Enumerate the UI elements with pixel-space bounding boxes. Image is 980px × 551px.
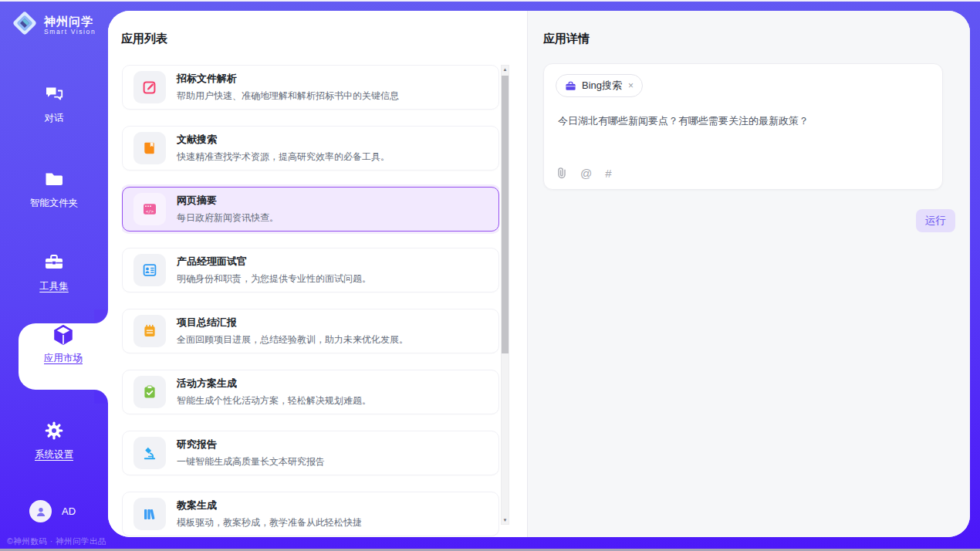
app-card-lesson-plan[interactable]: 教案生成模板驱动，教案秒成，教学准备从此轻松快捷 (122, 492, 499, 536)
sidebar-item-settings[interactable]: 系统设置 (0, 420, 108, 461)
app-card-bid-analysis[interactable]: 招标文件解析帮助用户快速、准确地理解和解析招标书中的关键信息 (122, 65, 499, 110)
sidebar-item-label: 对话 (45, 112, 64, 125)
app-description: 快速精准查找学术资源，提高研究效率的必备工具。 (177, 150, 390, 164)
cube-icon (52, 323, 75, 346)
app-description: 智能生成个性化活动方案，轻松解决规划难题。 (177, 394, 371, 407)
sidebar-item-label: 智能文件夹 (30, 197, 79, 210)
sidebar-item-label: 工具集 (39, 280, 69, 293)
doc-edit-icon (133, 71, 166, 103)
app-title: 研究报告 (177, 438, 325, 451)
bubble-notch-bottom (94, 390, 108, 404)
brand-subtitle: Smart Vision (44, 28, 96, 35)
avatar (29, 500, 52, 522)
mention-icon[interactable]: @ (580, 167, 592, 179)
chat-icon (43, 83, 65, 105)
app-detail-panel: 应用详情 Bing搜索 × 今日湖北有哪些新闻要点？有哪些需要关注的最新政策？ (527, 11, 970, 537)
sidebar: 神州问学 Smart Vision 对话智能文件夹工具集系统设置 应用市场 AD… (0, 0, 108, 551)
bubble-notch-top (94, 309, 108, 323)
remove-tool-icon[interactable]: × (628, 80, 634, 91)
main-content: 应用列表 招标文件解析帮助用户快速、准确地理解和解析招标书中的关键信息文献搜索快… (108, 11, 970, 537)
active-nav-bubble: 应用市场 (19, 323, 108, 390)
app-title: 教案生成 (177, 499, 362, 512)
app-title: 产品经理面试官 (177, 255, 371, 269)
tool-tag-bing-search[interactable]: Bing搜索 × (556, 74, 643, 97)
query-text[interactable]: 今日湖北有哪些新闻要点？有哪些需要关注的最新政策？ (558, 113, 930, 128)
app-description: 帮助用户快速、准确地理解和解析招标书中的关键信息 (177, 90, 399, 103)
folder-icon (43, 168, 65, 190)
sidebar-item-chat[interactable]: 对话 (0, 83, 108, 125)
app-card-event-plan[interactable]: 活动方案生成智能生成个性化活动方案，轻松解决规划难题。 (122, 370, 499, 414)
app-title: 活动方案生成 (177, 377, 371, 390)
scroll-up-icon[interactable]: ▲ (502, 66, 509, 73)
notepad-icon (133, 315, 166, 347)
app-title: 项目总结汇报 (177, 316, 408, 330)
id-person-icon (133, 254, 166, 286)
app-list-panel: 应用列表 招标文件解析帮助用户快速、准确地理解和解析招标书中的关键信息文献搜索快… (108, 11, 527, 537)
sidebar-item-label: 系统设置 (35, 448, 73, 461)
user-initials: AD (62, 505, 76, 517)
app-description: 明确身份和职责，为您提供专业性的面试问题。 (177, 272, 371, 286)
app-title: 招标文件解析 (177, 72, 399, 86)
sidebar-item-label: 应用市场 (44, 352, 83, 365)
brand-name: 神州问学 (44, 15, 96, 28)
app-card-project-summary[interactable]: 项目总结汇报全面回顾项目进展，总结经验教训，助力未来优化发展。 (122, 309, 499, 353)
microscope-icon (133, 437, 166, 469)
app-list-title: 应用列表 (121, 32, 167, 46)
app-description: 每日政府新闻资讯快查。 (177, 211, 279, 225)
app-description: 一键智能生成高质量长文本研究报告 (177, 455, 325, 468)
app-card-research-report[interactable]: 研究报告一键智能生成高质量长文本研究报告 (122, 431, 499, 475)
query-card[interactable]: Bing搜索 × 今日湖北有哪些新闻要点？有哪些需要关注的最新政策？ @ # (543, 63, 943, 190)
app-card-pm-interviewer[interactable]: 产品经理面试官明确身份和职责，为您提供专业性的面试问题。 (122, 248, 499, 292)
app-title: 网页摘要 (177, 194, 279, 208)
app-title: 文献搜索 (177, 133, 390, 147)
app-card-literature-search[interactable]: 文献搜索快速精准查找学术资源，提高研究效率的必备工具。 (122, 126, 499, 171)
user-account[interactable]: AD (29, 500, 76, 522)
app-description: 模板驱动，教案秒成，教学准备从此轻松快捷 (177, 516, 362, 529)
run-button[interactable]: 运行 (916, 209, 955, 232)
gear-icon (43, 420, 65, 441)
briefcase-icon (565, 80, 576, 92)
scroll-down-icon[interactable]: ▼ (502, 516, 509, 524)
composer-toolbar: @ # (556, 167, 612, 179)
scrollbar-thumb[interactable] (502, 76, 509, 353)
tool-tag-label: Bing搜索 (582, 79, 622, 93)
clipboard-check-icon (133, 376, 166, 408)
books-icon (133, 498, 166, 530)
sidebar-item-toolset[interactable]: 工具集 (0, 252, 108, 293)
brand: 神州问学 Smart Vision (12, 10, 96, 39)
sidebar-item-app-market[interactable]: 应用市场 (19, 323, 108, 365)
app-card-web-summary[interactable]: </>网页摘要每日政府新闻资讯快查。 (122, 187, 499, 232)
brand-logo-icon (12, 10, 38, 39)
app-detail-title: 应用详情 (543, 32, 590, 46)
sidebar-item-smart-folders[interactable]: 智能文件夹 (0, 168, 108, 210)
copyright-text: ©神州数码 · 神州问学出品 (7, 536, 106, 547)
app-description: 全面回顾项目进展，总结经验教训，助力未来优化发展。 (177, 333, 408, 346)
toolbox-icon (43, 252, 65, 273)
browser-icon: </> (133, 193, 166, 225)
paperclip-icon[interactable] (556, 167, 567, 179)
book-icon (133, 132, 166, 164)
svg-text:</>: </> (146, 209, 154, 214)
hash-icon[interactable]: # (605, 167, 611, 179)
app-list: 招标文件解析帮助用户快速、准确地理解和解析招标书中的关键信息文献搜索快速精准查找… (122, 65, 499, 537)
app-list-scrollbar[interactable]: ▲ ▼ (501, 65, 509, 525)
